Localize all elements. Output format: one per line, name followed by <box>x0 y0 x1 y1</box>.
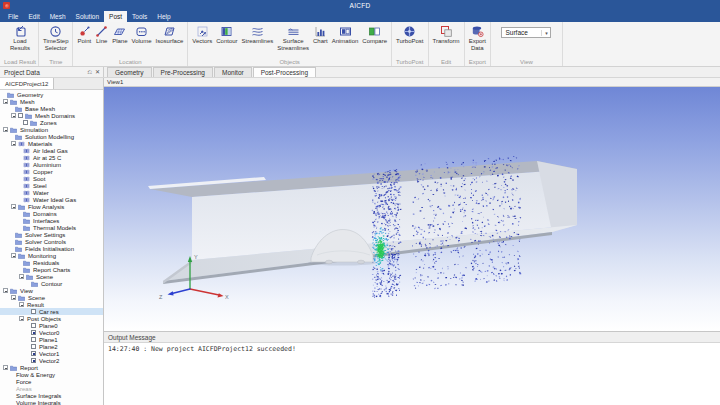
ribbon-button-point[interactable]: Point <box>75 23 93 46</box>
tree-item-surface-integrals[interactable]: Surface Integrals <box>0 392 103 399</box>
tree-item-scene[interactable]: Scene <box>0 273 103 280</box>
tree-item-flow-analysis[interactable]: Flow Analysis <box>0 203 103 210</box>
tree-item-report-charts[interactable]: Report Charts <box>0 266 103 273</box>
tree-item-flow-energy[interactable]: Flow & Energy <box>0 371 103 378</box>
tree-item-force[interactable]: Force <box>0 378 103 385</box>
collapse-expander-icon[interactable] <box>11 113 16 118</box>
ribbon-button-timestep[interactable]: TimeStep Selector <box>41 23 70 53</box>
tree-item-residuals[interactable]: Residuals <box>0 259 103 266</box>
tab-pre-processing[interactable]: Pre-Processing <box>153 67 213 77</box>
tree-item-air-at-25-c[interactable]: Air at 25 C <box>0 154 103 161</box>
tree-item-report[interactable]: Report <box>0 364 103 371</box>
visibility-checkbox[interactable] <box>18 113 23 118</box>
tree-item-water-ideal-gas[interactable]: Water Ideal Gas <box>0 196 103 203</box>
collapse-expander-icon[interactable] <box>19 274 24 279</box>
tree-item-thermal-models[interactable]: Thermal Models <box>0 224 103 231</box>
ribbon-button-chart[interactable]: Chart <box>311 23 330 46</box>
collapse-expander-icon[interactable] <box>11 295 16 300</box>
3d-viewport[interactable]: Y X Z <box>104 87 720 331</box>
visibility-checkbox[interactable] <box>31 358 36 363</box>
ribbon-button-streamlines[interactable]: Streamlines <box>240 23 276 46</box>
tree-item-soot[interactable]: Soot <box>0 175 103 182</box>
collapse-expander-icon[interactable] <box>11 253 16 258</box>
collapse-expander-icon[interactable] <box>3 99 8 104</box>
tree-item-air-ideal-gas[interactable]: Air Ideal Gas <box>0 147 103 154</box>
tab-monitor[interactable]: Monitor <box>214 67 252 77</box>
ribbon-button-isosurface[interactable]: Isosurface <box>154 23 186 46</box>
tree-item-geometry[interactable]: Geometry <box>0 91 103 98</box>
visibility-checkbox[interactable] <box>31 344 36 349</box>
tree-item-car-res[interactable]: Car res <box>0 308 103 315</box>
visibility-checkbox[interactable] <box>31 330 36 335</box>
tree-item-plane1[interactable]: Plane1 <box>0 336 103 343</box>
tree-item-monitoring[interactable]: Monitoring <box>0 252 103 259</box>
tree-item-water[interactable]: Water <box>0 189 103 196</box>
tree-item-vector0[interactable]: Vector0 <box>0 329 103 336</box>
tree-item-copper[interactable]: Copper <box>0 168 103 175</box>
tree-item-aluminium[interactable]: Aluminium <box>0 161 103 168</box>
menu-file[interactable]: File <box>3 11 23 22</box>
tree-item-volume-integrals[interactable]: Volume Integrals <box>0 399 103 405</box>
visibility-checkbox[interactable] <box>23 120 28 125</box>
tree-item-areas[interactable]: Areas <box>0 385 103 392</box>
tree-item-domains[interactable]: Domains <box>0 210 103 217</box>
ribbon-button-vectors[interactable]: Vectors <box>190 23 214 46</box>
ribbon-button-volume[interactable]: Volume <box>130 23 154 46</box>
tree-item-plane0[interactable]: Plane0 <box>0 322 103 329</box>
tree-item-mesh[interactable]: Mesh <box>0 98 103 105</box>
tree-item-materials[interactable]: Materials <box>0 140 103 147</box>
menu-tools[interactable]: Tools <box>127 11 152 22</box>
ribbon-button-transform[interactable]: Transform <box>431 23 462 46</box>
close-panel-icon[interactable]: ✕ <box>95 69 100 75</box>
ribbon-button-surface-streamlines[interactable]: Surface Streamlines <box>275 23 311 53</box>
menu-post[interactable]: Post <box>104 11 127 22</box>
tree-item-contour[interactable]: Contour <box>0 280 103 287</box>
visibility-checkbox[interactable] <box>31 323 36 328</box>
tree-item-post-objects[interactable]: Post Objects <box>0 315 103 322</box>
visibility-checkbox[interactable] <box>31 351 36 356</box>
tab-geometry[interactable]: Geometry <box>107 67 152 77</box>
collapse-expander-icon[interactable] <box>19 302 24 307</box>
menu-edit[interactable]: Edit <box>23 11 44 22</box>
tree-item-solution-modelling[interactable]: Solution Modelling <box>0 133 103 140</box>
collapse-expander-icon[interactable] <box>3 288 8 293</box>
tree-item-vector1[interactable]: Vector1 <box>0 350 103 357</box>
ribbon-button-compare[interactable]: Compare <box>360 23 389 46</box>
visibility-checkbox[interactable] <box>31 309 36 314</box>
tree-item-mesh-domains[interactable]: Mesh Domains <box>0 112 103 119</box>
ribbon-button-contour[interactable]: Contour <box>214 23 239 46</box>
ribbon-button-line[interactable]: Line <box>93 23 110 46</box>
menu-solution[interactable]: Solution <box>71 11 105 22</box>
tree-item-plane2[interactable]: Plane2 <box>0 343 103 350</box>
project-tab[interactable]: AICFDProject12 <box>0 78 54 89</box>
ribbon-button-load-results[interactable]: Load Results <box>8 23 32 53</box>
ribbon-button-export-data[interactable]: Export Data <box>467 23 488 53</box>
tree-item-view[interactable]: View <box>0 287 103 294</box>
tree-item-vector2[interactable]: Vector2 <box>0 357 103 364</box>
tree-item-zones[interactable]: Zones <box>0 119 103 126</box>
ribbon-button-animation[interactable]: Animation <box>330 23 361 46</box>
tree-item-solver-settings[interactable]: Solver Settings <box>0 231 103 238</box>
tree-item-fields-initialisation[interactable]: Fields Initialisation <box>0 245 103 252</box>
collapse-expander-icon[interactable] <box>11 204 16 209</box>
tree-item-scene[interactable]: Scene <box>0 294 103 301</box>
tree-item-interfaces[interactable]: Interfaces <box>0 217 103 224</box>
tree-item-steel[interactable]: Steel <box>0 182 103 189</box>
collapse-expander-icon[interactable] <box>3 127 8 132</box>
collapse-expander-icon[interactable] <box>19 316 24 321</box>
collapse-expander-icon[interactable] <box>3 365 8 370</box>
output-panel-header[interactable]: Output Message <box>104 332 720 343</box>
tree-item-simulation[interactable]: Simulation <box>0 126 103 133</box>
pin-panel-icon[interactable]: ⎌ <box>87 69 92 75</box>
surface-view-select[interactable]: Surface▾ <box>501 27 551 38</box>
collapse-expander-icon[interactable] <box>11 141 16 146</box>
menu-help[interactable]: Help <box>152 11 175 22</box>
ribbon-button-plane[interactable]: Plane <box>110 23 129 46</box>
visibility-checkbox[interactable] <box>31 337 36 342</box>
tree-item-base-mesh[interactable]: Base Mesh <box>0 105 103 112</box>
tree-item-result[interactable]: Result <box>0 301 103 308</box>
tab-post-processing[interactable]: Post-Processing <box>253 67 316 77</box>
ribbon-button-turbopost[interactable]: TurboPost <box>394 23 425 46</box>
menu-mesh[interactable]: Mesh <box>45 11 71 22</box>
tree-item-solver-controls[interactable]: Solver Controls <box>0 238 103 245</box>
